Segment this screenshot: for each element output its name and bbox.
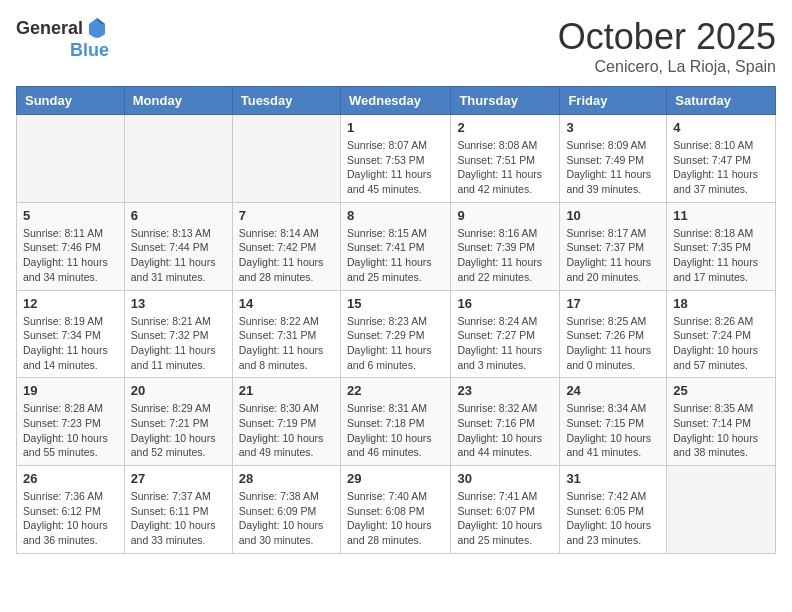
day-info: Sunrise: 7:38 AM Sunset: 6:09 PM Dayligh… (239, 489, 334, 548)
day-info: Sunrise: 8:19 AM Sunset: 7:34 PM Dayligh… (23, 314, 118, 373)
calendar-cell: 27Sunrise: 7:37 AM Sunset: 6:11 PM Dayli… (124, 466, 232, 554)
day-number: 27 (131, 471, 226, 486)
calendar-cell: 21Sunrise: 8:30 AM Sunset: 7:19 PM Dayli… (232, 378, 340, 466)
column-header-wednesday: Wednesday (340, 87, 450, 115)
column-header-sunday: Sunday (17, 87, 125, 115)
day-number: 20 (131, 383, 226, 398)
calendar-cell: 18Sunrise: 8:26 AM Sunset: 7:24 PM Dayli… (667, 290, 776, 378)
calendar-cell: 22Sunrise: 8:31 AM Sunset: 7:18 PM Dayli… (340, 378, 450, 466)
calendar-cell: 3Sunrise: 8:09 AM Sunset: 7:49 PM Daylig… (560, 115, 667, 203)
day-number: 3 (566, 120, 660, 135)
calendar-week-4: 19Sunrise: 8:28 AM Sunset: 7:23 PM Dayli… (17, 378, 776, 466)
day-info: Sunrise: 7:41 AM Sunset: 6:07 PM Dayligh… (457, 489, 553, 548)
day-info: Sunrise: 8:17 AM Sunset: 7:37 PM Dayligh… (566, 226, 660, 285)
day-number: 4 (673, 120, 769, 135)
calendar-cell: 26Sunrise: 7:36 AM Sunset: 6:12 PM Dayli… (17, 466, 125, 554)
calendar-table: SundayMondayTuesdayWednesdayThursdayFrid… (16, 86, 776, 554)
day-info: Sunrise: 8:10 AM Sunset: 7:47 PM Dayligh… (673, 138, 769, 197)
calendar-cell: 13Sunrise: 8:21 AM Sunset: 7:32 PM Dayli… (124, 290, 232, 378)
day-info: Sunrise: 7:36 AM Sunset: 6:12 PM Dayligh… (23, 489, 118, 548)
page-header: General Blue October 2025 Cenicero, La R… (16, 16, 776, 76)
column-header-monday: Monday (124, 87, 232, 115)
calendar-cell: 19Sunrise: 8:28 AM Sunset: 7:23 PM Dayli… (17, 378, 125, 466)
day-info: Sunrise: 8:23 AM Sunset: 7:29 PM Dayligh… (347, 314, 444, 373)
day-info: Sunrise: 8:26 AM Sunset: 7:24 PM Dayligh… (673, 314, 769, 373)
calendar-cell: 11Sunrise: 8:18 AM Sunset: 7:35 PM Dayli… (667, 202, 776, 290)
calendar-cell: 25Sunrise: 8:35 AM Sunset: 7:14 PM Dayli… (667, 378, 776, 466)
day-info: Sunrise: 8:13 AM Sunset: 7:44 PM Dayligh… (131, 226, 226, 285)
day-number: 15 (347, 296, 444, 311)
calendar-cell: 6Sunrise: 8:13 AM Sunset: 7:44 PM Daylig… (124, 202, 232, 290)
day-info: Sunrise: 8:09 AM Sunset: 7:49 PM Dayligh… (566, 138, 660, 197)
calendar-week-2: 5Sunrise: 8:11 AM Sunset: 7:46 PM Daylig… (17, 202, 776, 290)
calendar-cell: 5Sunrise: 8:11 AM Sunset: 7:46 PM Daylig… (17, 202, 125, 290)
day-info: Sunrise: 8:30 AM Sunset: 7:19 PM Dayligh… (239, 401, 334, 460)
day-number: 1 (347, 120, 444, 135)
day-number: 30 (457, 471, 553, 486)
day-info: Sunrise: 8:14 AM Sunset: 7:42 PM Dayligh… (239, 226, 334, 285)
day-number: 26 (23, 471, 118, 486)
day-info: Sunrise: 8:15 AM Sunset: 7:41 PM Dayligh… (347, 226, 444, 285)
day-number: 8 (347, 208, 444, 223)
day-info: Sunrise: 8:18 AM Sunset: 7:35 PM Dayligh… (673, 226, 769, 285)
logo-icon (85, 16, 109, 40)
day-info: Sunrise: 8:21 AM Sunset: 7:32 PM Dayligh… (131, 314, 226, 373)
calendar-cell: 14Sunrise: 8:22 AM Sunset: 7:31 PM Dayli… (232, 290, 340, 378)
day-number: 31 (566, 471, 660, 486)
day-number: 12 (23, 296, 118, 311)
day-info: Sunrise: 8:07 AM Sunset: 7:53 PM Dayligh… (347, 138, 444, 197)
calendar-week-1: 1Sunrise: 8:07 AM Sunset: 7:53 PM Daylig… (17, 115, 776, 203)
day-info: Sunrise: 8:31 AM Sunset: 7:18 PM Dayligh… (347, 401, 444, 460)
day-info: Sunrise: 7:37 AM Sunset: 6:11 PM Dayligh… (131, 489, 226, 548)
calendar-cell: 2Sunrise: 8:08 AM Sunset: 7:51 PM Daylig… (451, 115, 560, 203)
column-header-friday: Friday (560, 87, 667, 115)
calendar-cell: 17Sunrise: 8:25 AM Sunset: 7:26 PM Dayli… (560, 290, 667, 378)
calendar-cell: 30Sunrise: 7:41 AM Sunset: 6:07 PM Dayli… (451, 466, 560, 554)
day-number: 21 (239, 383, 334, 398)
calendar-cell: 16Sunrise: 8:24 AM Sunset: 7:27 PM Dayli… (451, 290, 560, 378)
calendar-cell: 10Sunrise: 8:17 AM Sunset: 7:37 PM Dayli… (560, 202, 667, 290)
month-title: October 2025 (558, 16, 776, 58)
calendar-cell: 28Sunrise: 7:38 AM Sunset: 6:09 PM Dayli… (232, 466, 340, 554)
day-number: 7 (239, 208, 334, 223)
day-number: 25 (673, 383, 769, 398)
calendar-cell: 20Sunrise: 8:29 AM Sunset: 7:21 PM Dayli… (124, 378, 232, 466)
day-info: Sunrise: 7:40 AM Sunset: 6:08 PM Dayligh… (347, 489, 444, 548)
calendar-week-5: 26Sunrise: 7:36 AM Sunset: 6:12 PM Dayli… (17, 466, 776, 554)
calendar-week-3: 12Sunrise: 8:19 AM Sunset: 7:34 PM Dayli… (17, 290, 776, 378)
day-number: 19 (23, 383, 118, 398)
calendar-cell: 7Sunrise: 8:14 AM Sunset: 7:42 PM Daylig… (232, 202, 340, 290)
calendar-cell: 23Sunrise: 8:32 AM Sunset: 7:16 PM Dayli… (451, 378, 560, 466)
day-number: 23 (457, 383, 553, 398)
day-number: 18 (673, 296, 769, 311)
logo-general: General (16, 18, 83, 39)
day-info: Sunrise: 8:28 AM Sunset: 7:23 PM Dayligh… (23, 401, 118, 460)
day-info: Sunrise: 8:29 AM Sunset: 7:21 PM Dayligh… (131, 401, 226, 460)
day-number: 17 (566, 296, 660, 311)
calendar-cell (124, 115, 232, 203)
calendar-cell (667, 466, 776, 554)
calendar-cell: 8Sunrise: 8:15 AM Sunset: 7:41 PM Daylig… (340, 202, 450, 290)
calendar-cell: 31Sunrise: 7:42 AM Sunset: 6:05 PM Dayli… (560, 466, 667, 554)
calendar-cell: 24Sunrise: 8:34 AM Sunset: 7:15 PM Dayli… (560, 378, 667, 466)
day-info: Sunrise: 8:22 AM Sunset: 7:31 PM Dayligh… (239, 314, 334, 373)
day-info: Sunrise: 8:16 AM Sunset: 7:39 PM Dayligh… (457, 226, 553, 285)
day-info: Sunrise: 8:32 AM Sunset: 7:16 PM Dayligh… (457, 401, 553, 460)
column-header-thursday: Thursday (451, 87, 560, 115)
day-number: 22 (347, 383, 444, 398)
day-info: Sunrise: 8:34 AM Sunset: 7:15 PM Dayligh… (566, 401, 660, 460)
calendar-cell: 15Sunrise: 8:23 AM Sunset: 7:29 PM Dayli… (340, 290, 450, 378)
calendar-cell: 4Sunrise: 8:10 AM Sunset: 7:47 PM Daylig… (667, 115, 776, 203)
day-number: 14 (239, 296, 334, 311)
calendar-cell (17, 115, 125, 203)
logo-blue: Blue (70, 40, 109, 61)
day-info: Sunrise: 8:35 AM Sunset: 7:14 PM Dayligh… (673, 401, 769, 460)
day-number: 28 (239, 471, 334, 486)
day-info: Sunrise: 8:24 AM Sunset: 7:27 PM Dayligh… (457, 314, 553, 373)
day-info: Sunrise: 7:42 AM Sunset: 6:05 PM Dayligh… (566, 489, 660, 548)
day-number: 29 (347, 471, 444, 486)
location-title: Cenicero, La Rioja, Spain (558, 58, 776, 76)
day-number: 5 (23, 208, 118, 223)
day-number: 13 (131, 296, 226, 311)
calendar-cell: 29Sunrise: 7:40 AM Sunset: 6:08 PM Dayli… (340, 466, 450, 554)
